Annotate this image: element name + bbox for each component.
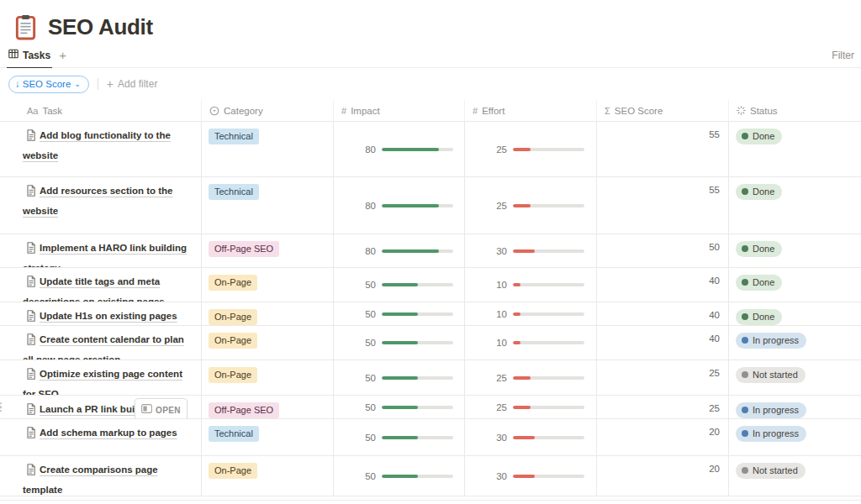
status-cell[interactable]: Done [729,177,861,234]
category-cell[interactable]: Off-Page SEO [202,234,334,267]
column-header-effort[interactable]: # Effort [465,100,597,121]
task-cell[interactable]: Create content calendar to plan all new … [0,326,202,360]
category-cell[interactable]: On-Page [202,456,334,496]
status-cell[interactable]: Done [729,302,861,325]
task-cell[interactable]: Create comparisons page template [0,456,202,496]
column-header-impact[interactable]: # Impact [334,100,465,121]
task-link[interactable]: Optimize existing page content for SEO [23,369,182,395]
status-cell[interactable]: In progress [729,419,861,455]
seo-score-cell[interactable]: 40 [597,302,729,325]
task-link[interactable]: Update H1s on existing pages [40,311,177,321]
category-cell[interactable]: Technical [202,419,334,455]
task-cell[interactable]: Add schema markup to pages [0,419,202,455]
effort-cell[interactable]: 25 [465,360,597,395]
table-row: Add schema markup to pagesTechnical50302… [0,419,861,456]
status-cell[interactable]: In progress [729,326,861,360]
task-link[interactable]: Add schema markup to pages [40,428,177,438]
impact-cell[interactable]: 50 [334,396,465,418]
effort-cell[interactable]: 10 [465,302,597,325]
task-link[interactable]: Add blog functionality to the website [23,130,171,160]
status-cell[interactable]: Not started [729,456,861,496]
effort-cell[interactable]: 25 [465,396,597,418]
impact-cell[interactable]: 80 [334,122,465,176]
seo-score-cell[interactable]: 55 [597,177,729,234]
impact-cell[interactable]: 80 [334,177,465,234]
task-cell[interactable]: Add resources section to the website [0,177,202,234]
seo-score-cell[interactable]: 25 [597,396,729,418]
task-link[interactable]: Implement a HARO link building strategy [23,243,187,267]
task-cell[interactable]: Add blog functionality to the website [0,122,202,176]
page-doc-icon [26,464,36,481]
add-view-button[interactable]: + [52,48,73,67]
status-cell[interactable]: In progress [729,396,861,418]
seo-score-cell[interactable]: 55 [597,122,729,176]
task-cell[interactable]: Implement a HARO link building strategy [0,234,202,267]
effort-bar-fill [513,341,520,344]
effort-cell[interactable]: 30 [465,456,597,496]
impact-cell[interactable]: 50 [334,302,465,325]
effort-value: 25 [472,141,507,158]
task-link[interactable]: Create comparisons page template [23,465,158,495]
task-link[interactable]: Add resources section to the website [23,186,172,216]
page-doc-icon [26,403,36,418]
category-cell[interactable]: On-Page [202,326,334,360]
table-row: Create comparisons page templateOn-Page5… [0,456,861,496]
category-cell[interactable]: On-Page [202,268,334,302]
category-pill: On-Page [209,463,257,479]
impact-cell[interactable]: 50 [334,419,465,455]
task-link[interactable]: Update title tags and meta descriptions … [23,276,165,302]
add-filter-button[interactable]: + Add filter [107,77,158,91]
status-cell[interactable]: Done [729,234,861,267]
category-pill: Technical [209,184,259,200]
impact-bar [382,341,453,344]
status-dot-icon [742,313,748,320]
task-cell[interactable]: Update H1s on existing pages [0,302,202,325]
impact-cell[interactable]: 50 [334,326,465,360]
seo-score-cell[interactable]: 40 [597,268,729,302]
sort-chip[interactable]: ↓ SEO Score ⌄ [8,76,89,93]
effort-cell[interactable]: 30 [465,234,597,267]
effort-cell[interactable]: 10 [465,268,597,302]
column-header-status[interactable]: Status [729,100,861,121]
category-cell[interactable]: On-Page [202,360,334,395]
task-cell[interactable]: Optimize existing page content for SEO [0,360,202,395]
impact-cell[interactable]: 80 [334,234,465,267]
impact-cell[interactable]: 50 [334,456,465,496]
status-pill: Done [736,184,782,200]
tab-tasks[interactable]: Tasks [7,49,52,68]
seo-score-cell[interactable]: 20 [597,456,729,496]
column-header-task[interactable]: Aa Task [0,100,202,121]
seo-score-cell[interactable]: 50 [597,234,729,267]
seo-score-cell[interactable]: 20 [597,419,729,455]
open-button[interactable]: OPEN [135,398,188,418]
impact-cell[interactable]: 50 [334,360,465,395]
impact-cell[interactable]: 50 [334,268,465,302]
status-cell[interactable]: Not started [729,360,861,395]
category-cell[interactable]: Technical [202,122,334,176]
effort-cell[interactable]: 30 [465,419,597,455]
impact-bar-fill [382,283,418,286]
effort-bar [513,341,584,344]
column-header-category[interactable]: Category [202,100,334,121]
task-cell[interactable]: Update title tags and meta descriptions … [0,268,202,302]
status-cell[interactable]: Done [729,268,861,302]
effort-value: 10 [472,276,507,293]
category-cell[interactable]: Off-Page SEO [202,396,334,418]
seo-score-cell[interactable]: 25 [597,360,729,395]
seo-score-cell[interactable]: 40 [597,326,729,360]
task-link[interactable]: Create content calendar to plan all new … [23,334,184,360]
effort-cell[interactable]: 25 [465,122,597,176]
status-cell[interactable]: Done [729,122,861,176]
task-cell[interactable]: Launch a PR link building caOPEN [0,396,202,418]
impact-bar [382,436,453,439]
category-cell[interactable]: Technical [202,177,334,234]
page-doc-icon [26,276,36,293]
column-label: Impact [351,106,380,116]
column-header-seo-score[interactable]: Σ SEO Score [597,100,729,121]
filter-button[interactable]: Filter [832,50,854,61]
category-cell[interactable]: On-Page [202,302,334,325]
effort-cell[interactable]: 10 [465,326,597,360]
effort-cell[interactable]: 25 [465,177,597,234]
effort-value: 25 [472,399,507,416]
effort-bar [513,312,584,316]
